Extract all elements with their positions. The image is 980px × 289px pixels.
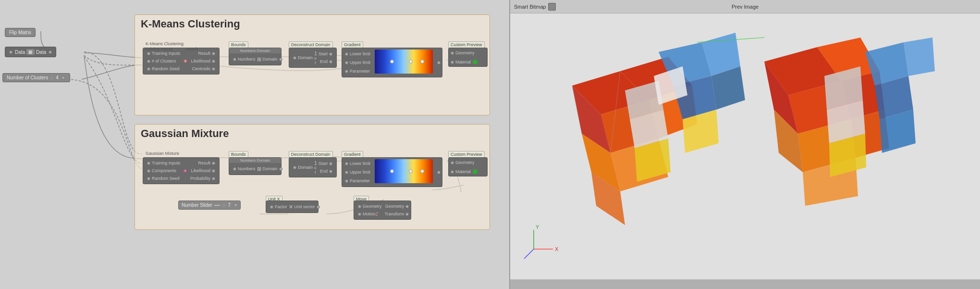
svg-text:X: X — [555, 246, 559, 252]
kmeans-in-clusters — [147, 60, 150, 63]
decon-in-domain-2 — [293, 166, 296, 169]
gauss-out-prob — [212, 177, 215, 180]
move-in-geom — [358, 205, 361, 208]
kmeans-main-node[interactable]: Training Inputs # of Clusters Random See… — [143, 48, 220, 75]
cp1-mat-port — [451, 61, 454, 64]
decon-out-start-1 — [329, 52, 332, 56]
grad-out-2 — [437, 171, 441, 174]
smart-bitmap-label: Smart Bitmap — [514, 4, 546, 10]
slider-track — [214, 205, 220, 206]
kmeans-icon: ✦ — [183, 57, 188, 65]
unitx-in-factor — [270, 205, 273, 209]
gradient-label-1: Gradient — [342, 41, 363, 48]
grad2-dot-3 — [420, 169, 424, 173]
number-slider-node[interactable]: Number Slider ◇ 7 — [178, 201, 241, 210]
gauss-in-seed — [147, 177, 150, 180]
numbers-icon-2: ⊞ — [257, 166, 261, 172]
unitx-node[interactable]: Factor ✕ Unit vector — [266, 201, 318, 213]
move-out-geom — [405, 205, 409, 208]
viz-area: X Y — [510, 13, 980, 279]
decon-label-2: Deconstruct Domain — [289, 151, 333, 158]
custom-preview-label-2: Custom Preview — [448, 151, 485, 158]
slider-diamond: ◇ — [222, 202, 226, 208]
numbers-in-1 — [233, 58, 236, 61]
numbers-header-1: Numbers Domain — [229, 48, 281, 53]
data-label: Data — [15, 50, 25, 55]
grad-in-lower-2 — [345, 162, 348, 165]
flip-matrix-node[interactable]: Flip Matrix — [5, 28, 36, 37]
grad-in-upper-1 — [345, 61, 348, 64]
preview-title: Prev Image — [732, 4, 759, 10]
decon-node-2[interactable]: Domain 1 0 † Start End — [289, 157, 337, 177]
cp2-geom-port — [451, 161, 454, 164]
gradient-node-1[interactable]: Lower limit Upper limit Parameter — [342, 48, 442, 77]
numbers-node-1[interactable]: Numbers Domain Numbers ⊞ Domain — [229, 48, 282, 65]
kmeans-node-label: K-Means Clustering — [146, 41, 184, 46]
clusters-node[interactable]: Number of Clusters ◇ 4 — [2, 73, 70, 82]
flip-matrix-label: Flip Matrix — [9, 30, 31, 35]
gradient-label-2: Gradient — [342, 151, 363, 158]
grad-dot-1 — [390, 60, 394, 63]
decon-out-end-2 — [329, 170, 332, 173]
unitx-icon: ✕ — [289, 204, 293, 210]
clusters-value: 4 — [56, 75, 59, 80]
clusters-port — [61, 76, 65, 79]
kmeans-in-training — [147, 52, 150, 55]
gaussian-main-node[interactable]: Training Inputs Components Random Seed ✦… — [143, 157, 220, 184]
move-icon: ⤴ — [376, 212, 378, 217]
gauss-out-result — [212, 162, 215, 165]
gaussian-group: Gaussian Mixture Gaussian Mixture Traini… — [135, 124, 490, 230]
grad2-dot-2 — [409, 169, 413, 173]
grad-in-param-2 — [345, 179, 348, 183]
clusters-diamond: ◇ — [50, 75, 54, 80]
canvas-area: Flip Matrix Data ▦ Data Number of Cluste… — [0, 0, 509, 289]
decon-in-domain-1 — [293, 56, 296, 60]
grad-in-upper-2 — [345, 171, 348, 174]
gauss-icon: ✦ — [183, 167, 188, 175]
kmeans-in-seed — [147, 67, 150, 71]
custom-preview-node-2[interactable]: Geometry Material — [448, 157, 488, 176]
unitx-out — [317, 205, 320, 209]
slider-value: 7 — [228, 202, 231, 208]
kmeans-out-result — [212, 52, 215, 55]
preview-titlebar: Smart Bitmap Prev Image — [510, 0, 980, 13]
decon-out-start-2 — [329, 162, 332, 165]
kmeans-out-centroids — [212, 67, 215, 71]
grad-in-lower-1 — [345, 52, 348, 56]
numbers-node-2[interactable]: Numbers Domain Numbers ⊞ Domain — [229, 157, 282, 175]
grad-out-1 — [437, 61, 441, 64]
numbers-out-2 — [279, 167, 282, 171]
custom-preview-node-1[interactable]: Geometry Material — [448, 48, 488, 67]
numbers-out-1 — [279, 58, 282, 61]
data-port-right — [49, 50, 52, 54]
data-node[interactable]: Data ▦ Data — [5, 47, 56, 57]
decon-label-1: Deconstruct Domain — [289, 41, 333, 48]
move-in-motion — [358, 213, 361, 216]
bounds-label-1: Bounds — [229, 41, 248, 48]
preview-panel: Smart Bitmap Prev Image — [509, 0, 980, 289]
gaussian-title: Gaussian Mixture — [135, 125, 490, 143]
numbers-icon-1: ⊞ — [257, 56, 261, 63]
gradient-node-2[interactable]: Lower limit Upper limit Parameter — [342, 157, 442, 187]
gauss-out-likelihood — [212, 169, 215, 173]
svg-marker-29 — [904, 38, 935, 76]
gauss-in-comp — [147, 169, 150, 173]
decon-node-1[interactable]: Domain 1 0 † Start End — [289, 48, 337, 68]
numbers-header-2: Numbers Domain — [229, 158, 281, 163]
grad-dot-2 — [409, 60, 413, 63]
kmeans-out-likelihood — [212, 60, 215, 63]
svg-text:Y: Y — [536, 224, 539, 230]
slider-port — [234, 203, 237, 207]
move-node[interactable]: Geometry Motion ⤴ Geometry Transform — [354, 201, 411, 220]
cp1-mat-dot — [473, 60, 478, 64]
gauss-in-training — [147, 162, 150, 165]
kmeans-title: K-Means Clustering — [135, 15, 490, 33]
viz-svg: X Y — [510, 13, 980, 279]
gaussian-node-label: Gaussian Mixture — [146, 151, 179, 156]
cp2-mat-dot — [473, 169, 478, 174]
numbers-in-2 — [233, 167, 236, 171]
move-out-transform — [405, 213, 409, 216]
grad2-dot-1 — [390, 169, 394, 173]
slider-label: Number Slider — [182, 202, 212, 208]
grad-in-param-1 — [345, 70, 348, 73]
